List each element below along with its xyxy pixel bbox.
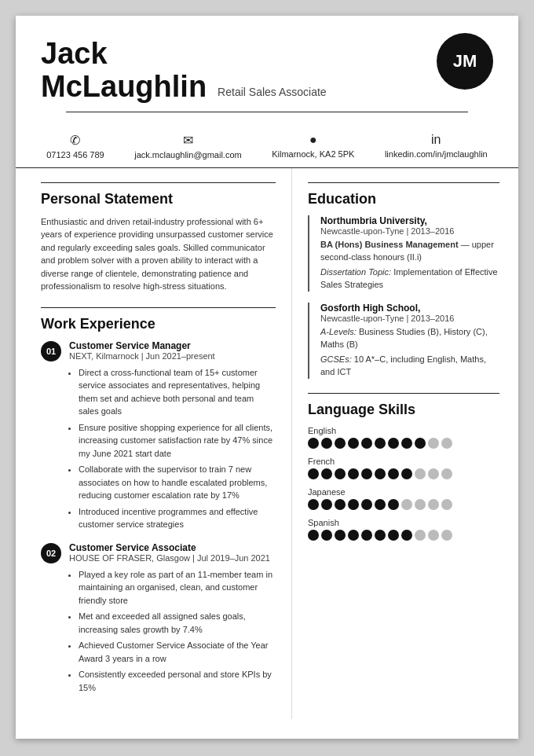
job-company-2: HOUSE OF FRASER, Glasgow | Jul 2019–Jun … <box>69 553 270 563</box>
job-number-2: 02 <box>41 543 61 563</box>
job-info-2: Customer Service Associate HOUSE OF FRAS… <box>69 542 270 563</box>
bullet-1-2: Ensure positive shopping experience for … <box>79 421 276 461</box>
email-icon: ✉ <box>183 133 193 148</box>
edu-dates-2: Newcastle-upon-Tyne | 2013–2016 <box>320 314 499 323</box>
bullet-2-3: Achieved Customer Service Associate of t… <box>79 639 276 665</box>
dot <box>428 499 439 510</box>
dot <box>415 499 426 510</box>
dot <box>428 468 439 479</box>
job-bullets-1: Direct a cross-functional team of 15+ cu… <box>69 366 276 531</box>
dot <box>321 530 332 541</box>
lang-name-spanish: Spanish <box>308 518 499 527</box>
dot <box>375 438 386 449</box>
lang-dots-japanese <box>308 499 499 510</box>
location-icon: ● <box>309 133 317 147</box>
bullet-2-2: Met and exceeded all assigned sales goal… <box>79 610 276 636</box>
initials: JM <box>453 51 477 72</box>
job-title: Retail Sales Associate <box>218 86 327 98</box>
lang-spanish: Spanish <box>308 518 499 541</box>
dot <box>415 438 426 449</box>
bullet-2-1: Played a key role as part of an 11-membe… <box>79 568 276 607</box>
dot <box>415 530 426 541</box>
linkedin-icon: in <box>431 133 441 147</box>
job-bullets-2: Played a key role as part of an 11-membe… <box>69 568 276 695</box>
dot <box>308 438 319 449</box>
dot <box>321 499 332 510</box>
contact-bar: ✆ 07123 456 789 ✉ jack.mclaughlin@gmail.… <box>16 125 518 168</box>
edu-detail-2-2: GCSEs: 10 A*–C, including English, Maths… <box>320 353 499 379</box>
edu-detail-1-2: Dissertation Topic: Implementation of Ef… <box>320 266 499 292</box>
job-title-1: Customer Service Manager <box>69 340 215 351</box>
dot <box>308 499 319 510</box>
dot <box>401 530 412 541</box>
job-info-1: Customer Service Manager NEXT, Kilmarnoc… <box>69 340 215 361</box>
edu-detail-2-1: A-Levels: Business Studies (B), History … <box>320 325 499 351</box>
job-title-2: Customer Service Associate <box>69 542 270 553</box>
lang-japanese: Japanese <box>308 487 499 510</box>
dot <box>375 499 386 510</box>
dot <box>361 499 372 510</box>
dot <box>428 438 439 449</box>
dot <box>401 438 412 449</box>
lang-name-french: French <box>308 457 499 466</box>
lang-french: French <box>308 457 499 479</box>
lang-divider <box>308 393 499 394</box>
job-number-1: 01 <box>41 341 61 361</box>
header-section: Jack McLaughlin Retail Sales Associate J… <box>16 16 518 125</box>
location-contact: ● Kilmarnock, KA2 5PK <box>272 133 354 159</box>
phone-number: 07123 456 789 <box>46 150 104 160</box>
dot <box>335 438 346 449</box>
dot <box>348 438 359 449</box>
dot <box>348 499 359 510</box>
dot <box>321 468 332 479</box>
edu-dates-1: Newcastle-upon-Tyne | 2013–2016 <box>320 226 499 236</box>
dot <box>401 468 412 479</box>
we-title: Work Experience <box>41 316 276 332</box>
dot <box>388 468 399 479</box>
dot <box>348 530 359 541</box>
lang-name-english: English <box>308 426 499 435</box>
left-column: Personal Statement Enthusiastic and driv… <box>16 168 292 720</box>
job-header-2: 02 Customer Service Associate HOUSE OF F… <box>41 542 276 563</box>
dot <box>348 468 359 479</box>
dot <box>441 530 452 541</box>
edu-school-1: Northumbria University, <box>320 215 499 226</box>
dot <box>441 438 452 449</box>
dot <box>321 438 332 449</box>
dot <box>375 530 386 541</box>
personal-statement-section: Personal Statement Enthusiastic and driv… <box>41 182 276 293</box>
last-name: McLaughlin <box>41 71 207 104</box>
lang-dots-french <box>308 468 499 479</box>
phone-icon: ✆ <box>70 133 80 148</box>
avatar: JM <box>437 33 493 90</box>
dot <box>428 530 439 541</box>
lang-dots-english <box>308 438 499 449</box>
email-contact: ✉ jack.mclaughlin@gmail.com <box>134 133 242 160</box>
phone-contact: ✆ 07123 456 789 <box>46 133 104 160</box>
dot <box>441 499 452 510</box>
dot <box>388 438 399 449</box>
dot <box>415 468 426 479</box>
main-content: Personal Statement Enthusiastic and driv… <box>16 168 518 720</box>
language-skills-section: Language Skills English <box>308 393 499 541</box>
bullet-1-4: Introduced incentive programmes and effe… <box>79 505 276 531</box>
job-entry-1: 01 Customer Service Manager NEXT, Kilmar… <box>41 340 276 531</box>
lang-english: English <box>308 426 499 449</box>
bullet-1-1: Direct a cross-functional team of 15+ cu… <box>79 366 276 418</box>
lang-name-japanese: Japanese <box>308 487 499 497</box>
education-section: Education Northumbria University, Newcas… <box>308 182 499 379</box>
edu-school-2: Gosforth High School, <box>320 303 499 314</box>
dot <box>441 468 452 479</box>
first-name: Jack <box>41 37 108 70</box>
dot <box>361 438 372 449</box>
ps-title: Personal Statement <box>41 191 276 207</box>
dot <box>335 499 346 510</box>
dot <box>401 499 412 510</box>
linkedin-contact: in linkedin.com/in/jmclaughlin <box>385 133 488 159</box>
dot <box>388 530 399 541</box>
edu-divider <box>308 182 499 183</box>
work-experience-section: Work Experience 01 Customer Service Mana… <box>41 307 276 695</box>
dot <box>375 468 386 479</box>
edu-detail-1-1: BA (Hons) Business Management — upper se… <box>320 238 499 264</box>
dot <box>361 468 372 479</box>
